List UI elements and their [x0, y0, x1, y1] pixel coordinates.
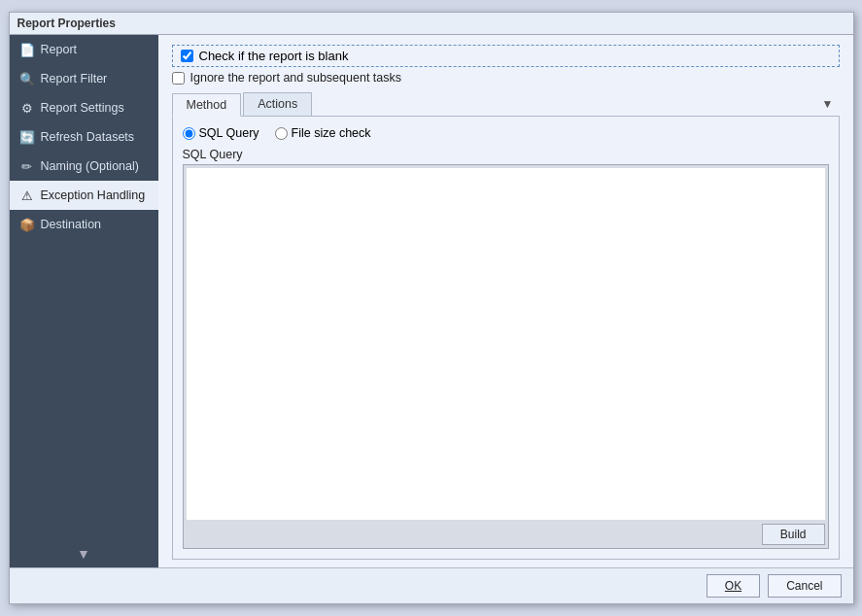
ignore-label: Ignore the report and subsequent tasks: [190, 71, 402, 85]
sidebar-item-label-report: Report: [41, 43, 78, 56]
report-settings-icon: ⚙: [19, 100, 35, 116]
sidebar-item-report-settings[interactable]: ⚙Report Settings: [10, 93, 158, 122]
tabs-container: Method Actions ▼: [172, 92, 840, 117]
tab-method-label: Method: [187, 98, 227, 112]
ignore-checkbox[interactable]: [172, 72, 185, 85]
dialog-title: Report Properties: [17, 17, 116, 30]
report-icon: 📄: [19, 42, 35, 57]
check-section: Check if the report is blank Ignore the …: [172, 45, 840, 85]
report-properties-dialog: Report Properties 📄Report🔍Report Filter⚙…: [9, 12, 854, 604]
ok-button[interactable]: OK: [707, 574, 760, 598]
radio-sql-query-label: SQL Query: [199, 126, 259, 140]
sidebar-items: 📄Report🔍Report Filter⚙Report Settings🔄Re…: [10, 35, 158, 239]
naming-optional-icon: ✏: [19, 158, 35, 174]
sidebar-bottom: ▼: [10, 540, 158, 567]
sql-editor-footer: Build: [187, 520, 825, 545]
sidebar-item-refresh-datasets[interactable]: 🔄Refresh Datasets: [10, 122, 158, 152]
dialog-body: 📄Report🔍Report Filter⚙Report Settings🔄Re…: [10, 35, 853, 567]
refresh-datasets-icon: 🔄: [19, 129, 35, 145]
destination-icon: 📦: [19, 217, 35, 232]
tab-content-method: SQL Query File size check SQL Query Buil…: [172, 117, 840, 560]
dialog-footer: OK Cancel: [10, 567, 853, 603]
sidebar-item-report[interactable]: 📄Report: [10, 35, 158, 64]
sidebar-item-exception-handling[interactable]: ⚠Exception Handling: [10, 181, 158, 210]
sidebar-item-naming-optional[interactable]: ✏Naming (Optional): [10, 152, 158, 181]
tab-dropdown-icon[interactable]: ▼: [816, 92, 840, 116]
ignore-row: Ignore the report and subsequent tasks: [172, 71, 840, 85]
sidebar-item-label-destination: Destination: [41, 218, 102, 231]
exception-handling-icon: ⚠: [19, 188, 35, 203]
sql-label: SQL Query: [183, 148, 829, 161]
radio-row: SQL Query File size check: [183, 126, 829, 140]
tab-actions[interactable]: Actions: [243, 92, 312, 116]
report-filter-icon: 🔍: [19, 71, 35, 86]
sidebar: 📄Report🔍Report Filter⚙Report Settings🔄Re…: [10, 35, 158, 567]
main-content: Check if the report is blank Ignore the …: [158, 35, 853, 567]
tab-actions-label: Actions: [258, 97, 297, 111]
radio-sql-query[interactable]: SQL Query: [183, 126, 259, 140]
tab-method[interactable]: Method: [172, 93, 242, 117]
sidebar-item-label-report-settings: Report Settings: [41, 101, 124, 115]
radio-sql-query-input[interactable]: [183, 127, 195, 140]
check-blank-label: Check if the report is blank: [199, 49, 349, 63]
sidebar-item-label-exception-handling: Exception Handling: [41, 188, 146, 202]
sidebar-item-destination[interactable]: 📦Destination: [10, 210, 158, 239]
check-blank-checkbox[interactable]: [181, 50, 193, 62]
sql-editor-wrap: Build: [183, 164, 829, 549]
sidebar-scroll-down-icon[interactable]: ▼: [77, 546, 90, 562]
radio-file-size-check[interactable]: File size check: [275, 126, 371, 140]
sidebar-item-label-naming-optional: Naming (Optional): [41, 159, 139, 173]
check-blank-box: Check if the report is blank: [172, 45, 840, 67]
sidebar-item-label-refresh-datasets: Refresh Datasets: [41, 130, 135, 144]
sql-editor[interactable]: [187, 168, 825, 520]
radio-file-size-check-label: File size check: [292, 126, 371, 140]
sidebar-item-label-report-filter: Report Filter: [41, 72, 108, 86]
dialog-titlebar: Report Properties: [10, 13, 853, 35]
sidebar-item-report-filter[interactable]: 🔍Report Filter: [10, 64, 158, 93]
radio-file-size-check-input[interactable]: [275, 127, 288, 140]
cancel-button[interactable]: Cancel: [768, 574, 841, 598]
build-button[interactable]: Build: [762, 524, 825, 545]
